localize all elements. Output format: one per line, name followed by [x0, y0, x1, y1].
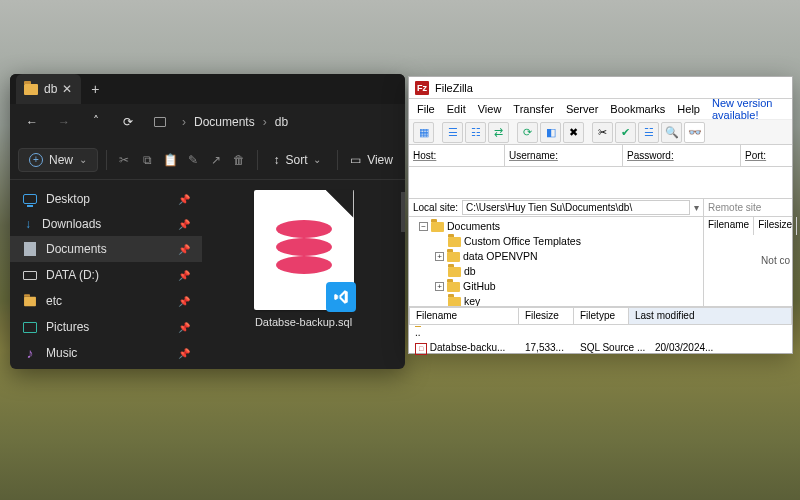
col-filename[interactable]: Filename	[409, 307, 519, 325]
explorer-toolbar: + New ⌄ ✂ ⧉ 📋 ✎ ↗ 🗑 ↕ Sort ⌄ ▭ View	[10, 140, 405, 180]
collapse-toggle[interactable]: −	[419, 222, 428, 231]
dropdown-arrow-icon[interactable]: ▾	[694, 202, 699, 213]
username-field-group: Username:	[505, 145, 623, 166]
menu-view[interactable]: View	[478, 103, 502, 115]
up-dir-label: ..	[415, 327, 421, 338]
sql-file-icon	[254, 190, 354, 310]
delete-button[interactable]: 🗑	[230, 146, 249, 174]
col-filetype[interactable]: Filetype	[574, 307, 629, 325]
toggle-queue-button[interactable]: ⇄	[488, 122, 509, 143]
new-tab-button[interactable]: +	[81, 74, 109, 104]
folder-icon	[448, 237, 461, 247]
file-item-database-backup[interactable]: Databse-backup.sql	[249, 190, 359, 328]
menu-transfer[interactable]: Transfer	[513, 103, 554, 115]
filter-button[interactable]: ☱	[638, 122, 659, 143]
sidebar-item-etc[interactable]: etc 📌	[10, 288, 202, 314]
folder-icon	[431, 222, 444, 232]
local-site-row: Local site: C:\Users\Huy Tien Su\Documen…	[409, 199, 703, 217]
toggle-log-button[interactable]: ☰	[442, 122, 463, 143]
cut-button[interactable]: ✂	[115, 146, 134, 174]
share-button[interactable]: ↗	[207, 146, 226, 174]
search-button[interactable]: 🔍	[661, 122, 682, 143]
list-row-parent[interactable]: ..	[409, 325, 792, 340]
tree-node[interactable]: data OPENVPN	[463, 249, 538, 264]
site-manager-button[interactable]: ▦	[413, 122, 434, 143]
address-home-icon[interactable]	[144, 107, 176, 137]
copy-button[interactable]: ⧉	[138, 146, 157, 174]
password-label: Password:	[627, 150, 736, 161]
tree-node-documents[interactable]: Documents	[447, 219, 500, 234]
sidebar-item-desktop[interactable]: Desktop 📌	[10, 186, 202, 212]
sidebar-item-downloads[interactable]: ↓ Downloads 📌	[10, 212, 202, 236]
remote-site-row: Remote site	[704, 199, 792, 217]
list-row[interactable]: □ Databse-backu... 17,533... SQL Source …	[409, 340, 792, 357]
explorer-tab-strip: db ✕ +	[10, 74, 405, 104]
tree-node-db[interactable]: db	[464, 264, 476, 279]
local-pane: Local site: C:\Users\Huy Tien Su\Documen…	[409, 199, 704, 306]
close-tab-button[interactable]: ✕	[59, 81, 75, 97]
cell-filesize: 17,533...	[519, 341, 574, 356]
port-label: Port:	[745, 150, 788, 161]
col-filesize[interactable]: Filesize	[754, 217, 797, 235]
remote-empty-message: Not co	[704, 235, 792, 306]
view-button[interactable]: ▭ View	[346, 149, 397, 171]
sidebar-item-music[interactable]: ♪ Music 📌	[10, 340, 202, 366]
sidebar-item-label: Documents	[46, 242, 107, 256]
sidebar-item-data-d[interactable]: DATA (D:) 📌	[10, 262, 202, 288]
disconnect-button[interactable]: ✂	[592, 122, 613, 143]
remote-site-label: Remote site	[708, 202, 761, 213]
cell-filetype: SQL Source ...	[574, 341, 649, 356]
menu-server[interactable]: Server	[566, 103, 598, 115]
expand-toggle[interactable]: +	[435, 252, 444, 261]
tree-node[interactable]: GitHub	[463, 279, 496, 294]
menu-file[interactable]: File	[417, 103, 435, 115]
cancel-button[interactable]: ✖	[563, 122, 584, 143]
breadcrumb-documents[interactable]: Documents	[194, 115, 255, 129]
menu-bookmarks[interactable]: Bookmarks	[610, 103, 665, 115]
sidebar-item-label: Music	[46, 346, 77, 360]
expand-toggle[interactable]: +	[435, 282, 444, 291]
message-log-pane[interactable]	[409, 167, 792, 199]
sidebar-item-documents[interactable]: Documents 📌	[10, 236, 202, 262]
breadcrumb-db[interactable]: db	[275, 115, 288, 129]
local-file-list[interactable]: .. □ Databse-backu... 17,533... SQL Sour…	[409, 325, 792, 357]
sidebar-item-label: Downloads	[42, 217, 101, 231]
sync-browse-button[interactable]: ⟳	[517, 122, 538, 143]
col-filesize[interactable]: Filesize	[519, 307, 574, 325]
forward-button[interactable]: →	[48, 107, 80, 137]
menu-help[interactable]: Help	[677, 103, 700, 115]
tree-node[interactable]: key	[464, 294, 480, 306]
paste-button[interactable]: 📋	[161, 146, 180, 174]
explorer-scrollbar[interactable]	[401, 192, 405, 232]
folder-icon	[22, 293, 38, 309]
sort-button[interactable]: ↕ Sort ⌄	[265, 149, 329, 171]
rename-button[interactable]: ✎	[184, 146, 203, 174]
explorer-tab-db[interactable]: db ✕	[16, 74, 81, 104]
reconnect-button[interactable]: ✔	[615, 122, 636, 143]
folder-icon	[24, 84, 38, 95]
refresh-button[interactable]: ⟳	[112, 107, 144, 137]
remote-list-header: Filename Filesize	[704, 217, 792, 235]
sidebar-item-pictures[interactable]: Pictures 📌	[10, 314, 202, 340]
new-button[interactable]: + New ⌄	[18, 148, 98, 172]
col-last-modified[interactable]: Last modified	[629, 307, 792, 325]
folder-icon	[447, 252, 460, 262]
quickconnect-bar: Host: Username: Password: Port:	[409, 145, 792, 167]
toggle-tree-button[interactable]: ☷	[465, 122, 486, 143]
window-title: FileZilla	[435, 82, 473, 94]
back-button[interactable]: ←	[16, 107, 48, 137]
tree-node[interactable]: Custom Office Templates	[464, 234, 581, 249]
local-tree[interactable]: − Documents Custom Office Templates +dat…	[409, 217, 703, 306]
compare-button[interactable]: ◧	[540, 122, 561, 143]
menu-update-link[interactable]: New version available!	[712, 97, 784, 121]
toolbar-separator	[257, 150, 258, 170]
explorer-content-pane[interactable]: Databse-backup.sql	[202, 180, 405, 369]
col-filename[interactable]: Filename	[704, 217, 754, 235]
username-label: Username:	[509, 150, 618, 161]
binoculars-icon[interactable]: 👓	[684, 122, 705, 143]
local-path-input[interactable]: C:\Users\Huy Tien Su\Documents\db\	[462, 200, 690, 215]
menu-edit[interactable]: Edit	[447, 103, 466, 115]
sort-icon: ↕	[273, 153, 279, 167]
up-button[interactable]: ˄	[80, 106, 112, 136]
filezilla-titlebar[interactable]: Fz FileZilla	[409, 77, 792, 99]
